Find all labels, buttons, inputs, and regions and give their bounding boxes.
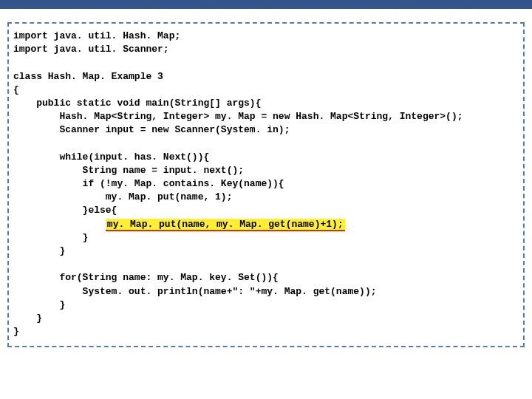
code-line: } [13,231,519,245]
code-line: import java. util. Scanner; [13,43,519,56]
code-line: { [13,83,519,97]
blank-line [13,137,519,151]
blank-line [13,258,519,271]
header-bar [0,0,532,9]
code-line: Scanner input = new Scanner(System. in); [13,123,519,137]
code-line: } [13,299,519,312]
code-line: if (!my. Map. contains. Key(name)){ [13,177,519,191]
code-line: my. Map. put(name, 1); [13,191,519,204]
code-line: System. out. println(name+": "+my. Map. … [13,285,519,299]
code-line: for(String name: my. Map. key. Set()){ [13,271,519,284]
code-block: import java. util. Hash. Map; import jav… [7,22,525,347]
code-line-highlight: my. Map. put(name, my. Map. get(name)+1)… [13,218,519,231]
code-line: } [13,245,519,258]
code-line: Hash. Map<String, Integer> my. Map = new… [13,110,519,123]
highlighted-code: my. Map. put(name, my. Map. get(name)+1)… [106,219,345,231]
code-line: public static void main(String[] args){ [13,97,519,110]
code-line: import java. util. Hash. Map; [13,30,519,43]
code-line: String name = input. next(); [13,164,519,177]
indent [13,219,106,230]
blank-line [13,56,519,69]
code-line: while(input. has. Next()){ [13,151,519,164]
code-line: class Hash. Map. Example 3 [13,70,519,83]
code-line: } [13,325,519,338]
code-line: } [13,312,519,325]
code-line: }else{ [13,204,519,217]
